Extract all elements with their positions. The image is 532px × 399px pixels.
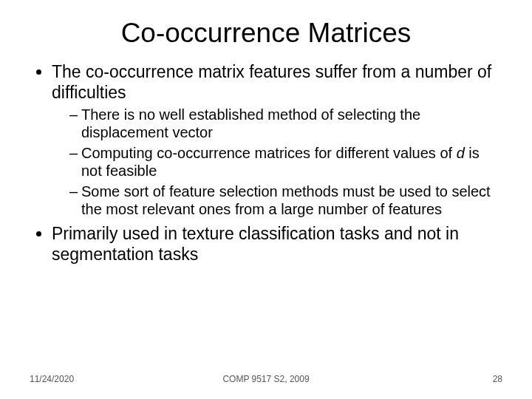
footer-page-number: 28 [345,374,502,384]
sub-bullet-list: There is no well established method of s… [52,106,497,218]
footer-center: COMP 9517 S2, 2009 [187,374,344,384]
slide: Co-occurrence Matrices The co-occurrence… [0,0,532,399]
sub-bullet-1: There is no well established method of s… [69,106,497,141]
sub-bullet-2: Computing co-occurrence matrices for dif… [69,144,497,180]
bullet-main-1: The co-occurrence matrix features suffer… [52,62,497,218]
sub-bullet-2a: Computing co-occurrence matrices for dif… [81,145,457,161]
bullet-main-2: Primarily used in texture classification… [52,224,497,265]
sub-bullet-2-d: d [457,145,465,161]
slide-body: The co-occurrence matrix features suffer… [35,62,497,265]
slide-footer: 11/24/2020 COMP 9517 S2, 2009 28 [0,374,532,384]
bullet-list-1: The co-occurrence matrix features suffer… [35,62,497,265]
bullet-main-1-text: The co-occurrence matrix features suffer… [52,62,491,102]
sub-bullet-3: Some sort of feature selection methods m… [69,183,497,218]
slide-title: Co-occurrence Matrices [35,18,497,49]
footer-date: 11/24/2020 [30,374,187,384]
